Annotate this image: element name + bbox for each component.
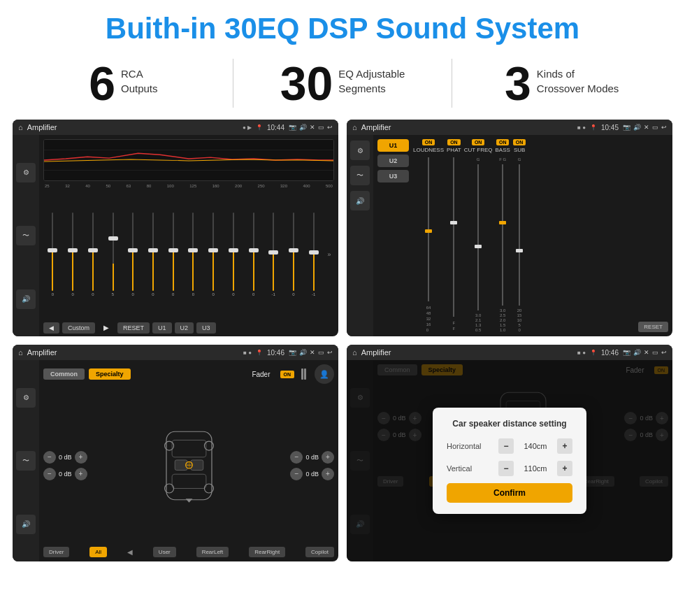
fader-status-bar: ⌂ Amplifier ■ ● 📍 10:46 📷 🔊 ✕ ▭ ↩ [13, 345, 338, 360]
u1-btn[interactable]: U1 [152, 322, 172, 334]
volume-icon: 🔊 [299, 124, 307, 131]
speaker-btn-3[interactable]: 🔊 [16, 515, 36, 534]
fader-label: Fader [252, 371, 270, 378]
confirm-button[interactable]: Confirm [447, 483, 572, 503]
tab-specialty[interactable]: Specialty [89, 368, 131, 380]
rear-left-btn[interactable]: RearLeft [196, 547, 229, 557]
svg-rect-6 [172, 474, 206, 488]
reset-btn-eq[interactable]: RESET [117, 322, 150, 334]
crossover-content: ⚙ 〜 🔊 U1 U2 U3 ON LOUDNESS [347, 135, 672, 336]
feature-divider-2 [452, 59, 452, 108]
slider-13[interactable]: 0 [287, 213, 300, 296]
wave-btn-3[interactable]: 〜 [16, 451, 36, 471]
feature-rca: 6 RCA Outputs [28, 59, 219, 107]
bass-col: ON BASS F G 3.0 2.5 2.0 1.5 1.0 [496, 139, 510, 332]
slider-6[interactable]: 0 [147, 213, 159, 296]
eq-graph [43, 139, 334, 181]
feature-number-crossover: 3 [505, 59, 531, 107]
arrow-left: ◀ [127, 548, 133, 556]
battery-icon-3: ▭ [318, 349, 324, 356]
phat-on: ON [447, 139, 461, 145]
slider-3[interactable]: 0 [87, 213, 99, 296]
u3-preset-btn[interactable]: U3 [377, 170, 409, 182]
copilot-btn[interactable]: Copilot [305, 547, 334, 557]
rear-left-plus[interactable]: + [75, 468, 87, 480]
sub-col: ON SUB G 20 15 10 5 0 [513, 139, 526, 332]
rear-right-minus[interactable]: − [290, 468, 303, 480]
dialog-overlay: Car speaker distance setting Horizontal … [347, 360, 672, 561]
front-right-minus[interactable]: − [290, 451, 303, 464]
speaker-distance-dialog: Car speaker distance setting Horizontal … [433, 408, 586, 514]
u2-btn[interactable]: U2 [175, 322, 194, 334]
fader-body: Common Specialty Fader ON 👤 − [39, 360, 338, 561]
vertical-minus-btn[interactable]: − [498, 461, 514, 476]
vertical-plus-btn[interactable]: + [557, 461, 572, 476]
fader-sidebar: ⚙ 〜 🔊 [13, 360, 39, 561]
fader-on-toggle[interactable]: ON [280, 371, 295, 378]
all-btn[interactable]: All [89, 547, 107, 557]
slider-12[interactable]: -1 [267, 213, 280, 296]
horizontal-minus-btn[interactable]: − [498, 438, 514, 454]
eq-wave-btn[interactable]: 〜 [16, 226, 36, 245]
bass-on: ON [496, 139, 510, 145]
slider-5[interactable]: 0 [127, 213, 139, 296]
fader-footer: Driver All ◀ User RearLeft RearRight Cop… [43, 547, 334, 557]
slider-2[interactable]: 0 [66, 213, 79, 296]
fader-sliders [301, 368, 306, 380]
horizontal-control: − 140cm + [498, 438, 572, 454]
prev-preset-btn[interactable]: ◀ [43, 322, 59, 334]
sub-on: ON [513, 139, 526, 145]
tab-common[interactable]: Common [43, 368, 85, 380]
u2-preset-btn[interactable]: U2 [377, 155, 409, 167]
eq-time: 10:44 [267, 124, 284, 131]
settings-circle-btn[interactable]: 👤 [315, 364, 334, 384]
driver-btn[interactable]: Driver [43, 547, 69, 557]
slider-7[interactable]: 0 [167, 213, 180, 296]
eq-status-bar: ⌂ Amplifier ● ▶ 📍 10:44 📷 🔊 ✕ ▭ ↩ [13, 120, 338, 135]
u3-btn[interactable]: U3 [196, 322, 216, 334]
slider-14[interactable]: -1 [308, 213, 320, 296]
eq-filters-btn[interactable]: ⚙ [16, 163, 36, 182]
wave-btn-2[interactable]: 〜 [350, 166, 370, 185]
horizontal-plus-btn[interactable]: + [557, 438, 572, 454]
vertical-value: 110cm [518, 464, 553, 473]
crossover-body: U1 U2 U3 ON LOUDNESS 64 48 [373, 135, 672, 336]
slider-10[interactable]: 0 [227, 213, 240, 296]
user-btn[interactable]: User [153, 547, 176, 557]
feature-text-rca-2: Outputs [121, 81, 158, 96]
speaker-btn-2[interactable]: 🔊 [350, 191, 370, 210]
rear-right-plus[interactable]: + [322, 468, 334, 480]
close-icon-4: ✕ [644, 349, 649, 356]
u1-preset-btn[interactable]: U1 [377, 139, 409, 152]
reset-btn-crossover[interactable]: RESET [638, 322, 668, 332]
svg-marker-16 [185, 499, 192, 503]
camera-icon: 📷 [289, 124, 296, 131]
front-left-plus[interactable]: + [75, 451, 87, 464]
battery-icon-2: ▭ [652, 124, 658, 131]
rear-left-minus[interactable]: − [43, 468, 56, 480]
slider-1[interactable]: 0 [46, 213, 59, 296]
feature-text-eq-1: EQ Adjustable [338, 66, 405, 81]
slider-11[interactable]: 0 [247, 213, 260, 296]
filters-btn-2[interactable]: ⚙ [350, 141, 370, 160]
slider-8[interactable]: 0 [187, 213, 199, 296]
distance-title: Amplifier [361, 348, 573, 357]
slider-9[interactable]: 0 [207, 213, 219, 296]
play-btn[interactable]: ▶ [98, 322, 115, 334]
camera-icon-3: 📷 [289, 349, 296, 356]
screens-grid: ⌂ Amplifier ● ▶ 📍 10:44 📷 🔊 ✕ ▭ ↩ ⚙ 〜 🔊 [0, 116, 685, 568]
back-icon-4: ↩ [661, 349, 667, 356]
home-icon: ⌂ [18, 123, 23, 131]
rear-right-btn[interactable]: RearRight [249, 547, 285, 557]
front-left-minus[interactable]: − [43, 451, 56, 464]
page-title: Buith-in 30EQ DSP Sound System [0, 0, 685, 52]
feature-text-eq-2: Segments [338, 81, 405, 96]
front-right-speaker: − 0 dB + [290, 451, 334, 464]
svg-rect-5 [172, 440, 206, 457]
front-right-plus[interactable]: + [322, 451, 334, 464]
filters-btn-3[interactable]: ⚙ [16, 388, 36, 408]
eq-speaker-btn[interactable]: 🔊 [16, 289, 36, 309]
rear-left-val: 0 dB [59, 471, 72, 478]
eq-title: Amplifier [27, 123, 238, 131]
slider-4[interactable]: 5 [107, 213, 120, 296]
